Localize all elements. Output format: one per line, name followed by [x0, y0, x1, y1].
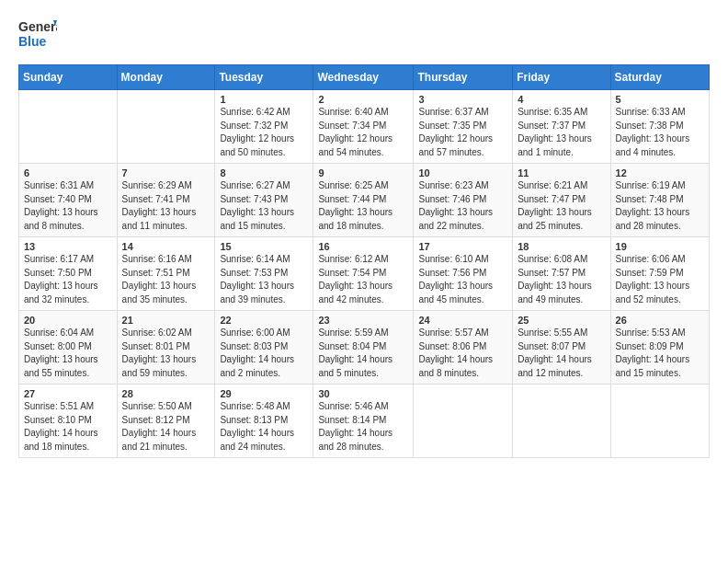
calendar-cell: 30Sunrise: 5:46 AMSunset: 8:14 PMDayligh… — [313, 385, 414, 458]
day-number: 1 — [220, 94, 308, 105]
calendar-cell — [414, 385, 513, 458]
calendar-cell — [513, 385, 610, 458]
calendar-cell: 24Sunrise: 5:57 AMSunset: 8:06 PMDayligh… — [414, 311, 513, 385]
calendar-cell — [610, 385, 709, 458]
day-number: 3 — [418, 94, 507, 105]
calendar-cell: 12Sunrise: 6:19 AMSunset: 7:48 PMDayligh… — [610, 164, 709, 237]
day-info: Sunrise: 6:23 AMSunset: 7:46 PMDaylight:… — [418, 179, 507, 233]
day-number: 17 — [418, 241, 507, 252]
page-header: General Blue — [18, 17, 710, 55]
day-info: Sunrise: 5:55 AMSunset: 8:07 PMDaylight:… — [518, 327, 605, 380]
day-number: 10 — [418, 167, 507, 178]
day-info: Sunrise: 6:19 AMSunset: 7:48 PMDaylight:… — [616, 179, 704, 233]
calendar-cell: 15Sunrise: 6:14 AMSunset: 7:53 PMDayligh… — [215, 237, 313, 311]
weekday-header: Tuesday — [215, 65, 313, 90]
day-number: 13 — [24, 241, 112, 252]
day-info: Sunrise: 5:50 AMSunset: 8:12 PMDaylight:… — [122, 400, 210, 454]
day-number: 4 — [518, 94, 605, 105]
day-info: Sunrise: 6:14 AMSunset: 7:53 PMDaylight:… — [220, 253, 308, 306]
day-number: 29 — [220, 388, 308, 399]
calendar-cell: 19Sunrise: 6:06 AMSunset: 7:59 PMDayligh… — [610, 237, 709, 311]
day-info: Sunrise: 6:31 AMSunset: 7:40 PMDaylight:… — [24, 179, 112, 233]
calendar-cell — [117, 90, 215, 164]
day-info: Sunrise: 6:12 AMSunset: 7:54 PMDaylight:… — [318, 253, 408, 306]
day-number: 16 — [318, 241, 408, 252]
calendar-week-row: 1Sunrise: 6:42 AMSunset: 7:32 PMDaylight… — [19, 90, 710, 164]
svg-text:Blue: Blue — [18, 34, 47, 49]
calendar-cell: 4Sunrise: 6:35 AMSunset: 7:37 PMDaylight… — [513, 90, 610, 164]
day-info: Sunrise: 5:59 AMSunset: 8:04 PMDaylight:… — [318, 327, 408, 380]
day-number: 11 — [518, 167, 605, 178]
weekday-header: Friday — [513, 65, 610, 90]
day-info: Sunrise: 6:10 AMSunset: 7:56 PMDaylight:… — [418, 253, 507, 306]
day-number: 9 — [318, 167, 408, 178]
calendar-cell: 23Sunrise: 5:59 AMSunset: 8:04 PMDayligh… — [313, 311, 414, 385]
day-number: 25 — [518, 315, 605, 326]
day-number: 6 — [24, 167, 112, 178]
day-info: Sunrise: 5:48 AMSunset: 8:13 PMDaylight:… — [220, 400, 308, 454]
calendar-cell: 22Sunrise: 6:00 AMSunset: 8:03 PMDayligh… — [215, 311, 313, 385]
calendar-cell: 11Sunrise: 6:21 AMSunset: 7:47 PMDayligh… — [513, 164, 610, 237]
calendar-cell: 20Sunrise: 6:04 AMSunset: 8:00 PMDayligh… — [19, 311, 118, 385]
calendar-cell: 25Sunrise: 5:55 AMSunset: 8:07 PMDayligh… — [513, 311, 610, 385]
day-info: Sunrise: 6:40 AMSunset: 7:34 PMDaylight:… — [318, 106, 408, 159]
day-info: Sunrise: 6:21 AMSunset: 7:47 PMDaylight:… — [518, 179, 605, 233]
day-number: 27 — [24, 388, 112, 399]
calendar-cell: 6Sunrise: 6:31 AMSunset: 7:40 PMDaylight… — [19, 164, 118, 237]
logo: General Blue — [18, 17, 57, 55]
calendar-cell: 14Sunrise: 6:16 AMSunset: 7:51 PMDayligh… — [117, 237, 215, 311]
day-number: 18 — [518, 241, 605, 252]
weekday-header: Sunday — [19, 65, 118, 90]
calendar-week-row: 20Sunrise: 6:04 AMSunset: 8:00 PMDayligh… — [19, 311, 710, 385]
day-number: 21 — [122, 315, 210, 326]
day-info: Sunrise: 6:37 AMSunset: 7:35 PMDaylight:… — [418, 106, 507, 159]
svg-text:General: General — [18, 19, 57, 34]
calendar-cell: 16Sunrise: 6:12 AMSunset: 7:54 PMDayligh… — [313, 237, 414, 311]
day-info: Sunrise: 6:27 AMSunset: 7:43 PMDaylight:… — [220, 179, 308, 233]
day-info: Sunrise: 5:46 AMSunset: 8:14 PMDaylight:… — [318, 400, 408, 454]
day-number: 14 — [122, 241, 210, 252]
day-info: Sunrise: 6:35 AMSunset: 7:37 PMDaylight:… — [518, 106, 605, 159]
day-number: 20 — [24, 315, 112, 326]
day-info: Sunrise: 6:06 AMSunset: 7:59 PMDaylight:… — [616, 253, 704, 306]
day-number: 15 — [220, 241, 308, 252]
day-number: 24 — [418, 315, 507, 326]
day-info: Sunrise: 6:08 AMSunset: 7:57 PMDaylight:… — [518, 253, 605, 306]
day-number: 8 — [220, 167, 308, 178]
calendar-cell: 5Sunrise: 6:33 AMSunset: 7:38 PMDaylight… — [610, 90, 709, 164]
calendar-cell: 8Sunrise: 6:27 AMSunset: 7:43 PMDaylight… — [215, 164, 313, 237]
calendar-cell: 7Sunrise: 6:29 AMSunset: 7:41 PMDaylight… — [117, 164, 215, 237]
calendar-cell: 18Sunrise: 6:08 AMSunset: 7:57 PMDayligh… — [513, 237, 610, 311]
calendar-cell: 27Sunrise: 5:51 AMSunset: 8:10 PMDayligh… — [19, 385, 118, 458]
day-info: Sunrise: 6:25 AMSunset: 7:44 PMDaylight:… — [318, 179, 408, 233]
calendar-header-row: SundayMondayTuesdayWednesdayThursdayFrid… — [19, 65, 710, 90]
calendar-week-row: 27Sunrise: 5:51 AMSunset: 8:10 PMDayligh… — [19, 385, 710, 458]
day-number: 26 — [616, 315, 704, 326]
day-info: Sunrise: 6:04 AMSunset: 8:00 PMDaylight:… — [24, 327, 112, 380]
day-info: Sunrise: 5:57 AMSunset: 8:06 PMDaylight:… — [418, 327, 507, 380]
day-number: 28 — [122, 388, 210, 399]
calendar-cell: 28Sunrise: 5:50 AMSunset: 8:12 PMDayligh… — [117, 385, 215, 458]
day-number: 22 — [220, 315, 308, 326]
calendar-cell: 21Sunrise: 6:02 AMSunset: 8:01 PMDayligh… — [117, 311, 215, 385]
weekday-header: Wednesday — [313, 65, 414, 90]
calendar-cell: 9Sunrise: 6:25 AMSunset: 7:44 PMDaylight… — [313, 164, 414, 237]
day-number: 7 — [122, 167, 210, 178]
day-info: Sunrise: 6:29 AMSunset: 7:41 PMDaylight:… — [122, 179, 210, 233]
calendar-week-row: 6Sunrise: 6:31 AMSunset: 7:40 PMDaylight… — [19, 164, 710, 237]
calendar-cell: 26Sunrise: 5:53 AMSunset: 8:09 PMDayligh… — [610, 311, 709, 385]
day-number: 23 — [318, 315, 408, 326]
day-info: Sunrise: 6:42 AMSunset: 7:32 PMDaylight:… — [220, 106, 308, 159]
weekday-header: Saturday — [610, 65, 709, 90]
day-number: 5 — [616, 94, 704, 105]
day-info: Sunrise: 6:33 AMSunset: 7:38 PMDaylight:… — [616, 106, 704, 159]
day-info: Sunrise: 5:51 AMSunset: 8:10 PMDaylight:… — [24, 400, 112, 454]
calendar-cell: 17Sunrise: 6:10 AMSunset: 7:56 PMDayligh… — [414, 237, 513, 311]
calendar-table: SundayMondayTuesdayWednesdayThursdayFrid… — [18, 64, 710, 458]
day-info: Sunrise: 5:53 AMSunset: 8:09 PMDaylight:… — [616, 327, 704, 380]
weekday-header: Monday — [117, 65, 215, 90]
calendar-cell: 13Sunrise: 6:17 AMSunset: 7:50 PMDayligh… — [19, 237, 118, 311]
day-info: Sunrise: 6:17 AMSunset: 7:50 PMDaylight:… — [24, 253, 112, 306]
day-number: 2 — [318, 94, 408, 105]
day-number: 30 — [318, 388, 408, 399]
